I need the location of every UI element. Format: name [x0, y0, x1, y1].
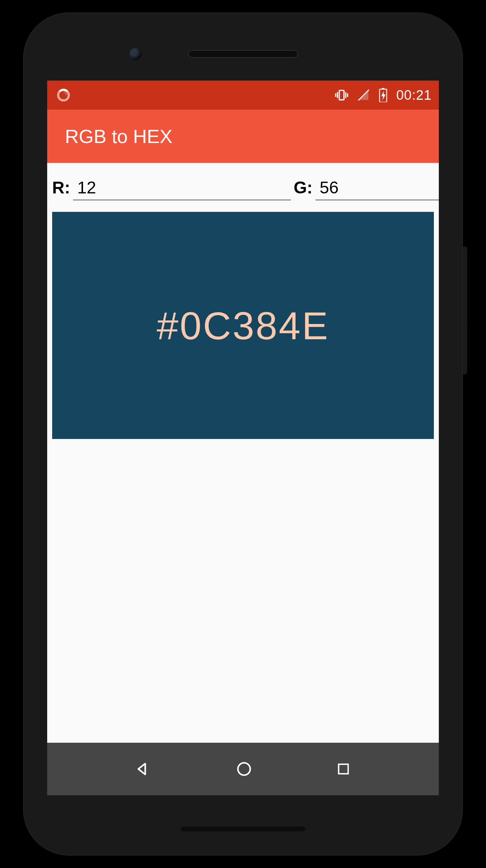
screen: 00:21 RGB to HEX R: G: B: — [47, 81, 439, 795]
g-label: G: — [294, 178, 313, 197]
app-title: RGB to HEX — [65, 125, 172, 147]
side-button — [463, 247, 467, 328]
vibrate-icon — [335, 88, 349, 102]
recent-apps-button[interactable] — [335, 761, 352, 777]
phone-frame: 00:21 RGB to HEX R: G: B: — [23, 12, 463, 856]
color-preview: #0C384E — [52, 212, 434, 439]
app-bar: RGB to HEX — [47, 110, 439, 163]
r-field-group: R: — [52, 176, 291, 200]
g-field-group: G: — [294, 176, 439, 200]
svg-rect-11 — [339, 764, 348, 774]
g-input[interactable] — [315, 176, 439, 200]
status-clock: 00:21 — [396, 88, 432, 103]
home-button[interactable] — [235, 760, 253, 778]
svg-point-10 — [238, 763, 250, 775]
svg-rect-7 — [382, 88, 385, 89]
battery-charging-icon — [379, 88, 388, 102]
side-button — [463, 321, 467, 374]
svg-rect-0 — [339, 90, 344, 100]
r-input[interactable] — [73, 176, 291, 200]
back-button[interactable] — [134, 760, 153, 778]
r-label: R: — [52, 178, 70, 197]
navigation-bar — [47, 743, 439, 795]
content-area: R: G: B: #0C384E — [47, 163, 439, 743]
front-camera — [129, 48, 142, 60]
svg-marker-8 — [381, 91, 386, 100]
speaker-grill — [188, 50, 298, 58]
no-sim-icon — [357, 89, 370, 101]
hex-output: #0C384E — [157, 303, 330, 348]
bottom-speaker — [181, 826, 305, 831]
status-bar: 00:21 — [47, 81, 439, 110]
loading-spinner-icon — [57, 89, 70, 101]
rgb-input-row: R: G: B: — [52, 170, 434, 204]
svg-marker-9 — [138, 764, 145, 774]
status-right: 00:21 — [335, 88, 432, 103]
